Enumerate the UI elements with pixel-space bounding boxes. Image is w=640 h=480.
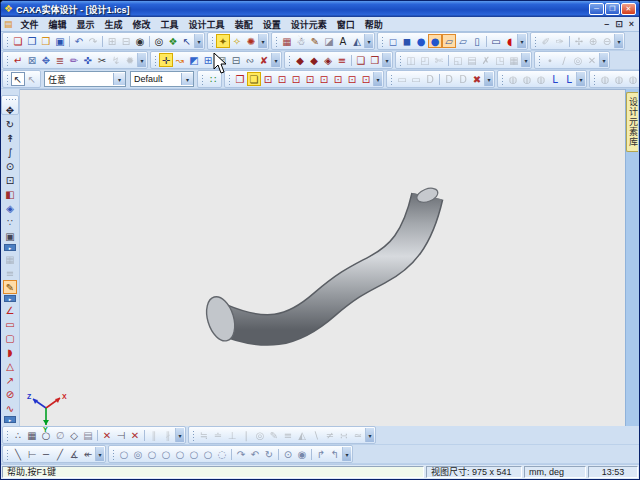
fit-curve-icon[interactable]: ∾ — [243, 53, 257, 67]
circle-dash-icon[interactable]: ◌ — [215, 447, 229, 461]
circle-3pt-icon[interactable]: ○ — [145, 447, 159, 461]
rounded-rect-sketch-icon[interactable]: ▢ — [3, 331, 17, 345]
doc-restore-button[interactable]: ⊡ — [612, 19, 626, 29]
toolbar-grip[interactable] — [201, 74, 204, 85]
toolbar-expander[interactable]: ▸ — [4, 416, 16, 423]
generate-tool-icon[interactable]: ✛ — [159, 53, 173, 67]
back-view-icon[interactable]: ⊡ — [275, 72, 289, 86]
menu-item[interactable]: 帮助 — [360, 18, 388, 31]
circle-radius-icon[interactable]: ○ — [173, 447, 187, 461]
combine-curve-icon[interactable]: ⊠ — [215, 53, 229, 67]
arc-3pt-icon[interactable]: ↷ — [234, 447, 248, 461]
diamond-ref-icon[interactable]: ◇ — [67, 428, 81, 442]
toolbar-overflow-chevron[interactable]: ▾ — [484, 72, 493, 86]
edit-sketch-icon[interactable]: ✏ — [67, 53, 81, 67]
toolbar-grip[interactable] — [112, 449, 115, 460]
eraser-tool-icon[interactable]: ◪ — [322, 34, 336, 48]
toolbar-grip[interactable] — [501, 74, 504, 85]
target-view-icon[interactable]: ◈ — [3, 201, 17, 215]
ellipse-sketch-icon[interactable]: ⊘ — [3, 387, 17, 401]
select-alt-icon[interactable]: ↖ — [25, 72, 39, 86]
toolbar-grip[interactable] — [154, 55, 157, 66]
line-normal-icon[interactable]: ↞ — [81, 447, 95, 461]
walk-view-icon[interactable]: ↟ — [3, 131, 17, 145]
ellipse-axis-icon[interactable]: ◉ — [295, 447, 309, 461]
toolbar-grip[interactable] — [6, 55, 9, 66]
menu-item[interactable]: 设计工具 — [184, 18, 230, 31]
pencil-tool-icon[interactable]: ✎ — [308, 34, 322, 48]
toolbar-overflow-chevron[interactable]: ▾ — [365, 428, 374, 442]
curve-tools-icon[interactable]: ✘ — [257, 53, 271, 67]
camera-view-icon[interactable]: ▣ — [3, 229, 17, 243]
style-combo[interactable]: Default ▾ — [130, 71, 194, 87]
menu-item[interactable]: 显示 — [72, 18, 100, 31]
circle-center-icon[interactable]: ○ — [117, 447, 131, 461]
toolbar-overflow-chevron[interactable]: ▾ — [95, 447, 104, 461]
coord-system1-icon[interactable]: L — [548, 72, 562, 86]
wireframe-display-icon[interactable]: ◻ — [386, 34, 400, 48]
restore-button[interactable]: ❐ — [605, 3, 620, 15]
toolbar-overflow-chevron[interactable]: ▾ — [521, 53, 530, 67]
stamp-part-icon[interactable]: ❑ — [354, 53, 368, 67]
close-button[interactable]: ✕ — [621, 3, 636, 15]
toolbar-overflow-chevron[interactable]: ▾ — [194, 34, 203, 48]
import-assembly-icon[interactable]: ◆ — [307, 53, 321, 67]
render-style-icon[interactable]: ✦ — [216, 34, 230, 48]
menu-item[interactable]: 生成 — [100, 18, 128, 31]
toolbar-overflow-chevron[interactable]: ▾ — [271, 53, 280, 67]
viewport-icon[interactable]: ▭ — [489, 34, 503, 48]
hover-view-icon[interactable]: ❏ — [247, 72, 261, 86]
new-file-icon[interactable]: ❏ — [11, 34, 25, 48]
menu-item[interactable]: 修改 — [128, 18, 156, 31]
sketch-mode-icon[interactable]: ✎ — [3, 280, 17, 294]
delete-constraint2-icon[interactable]: ✕ — [128, 428, 142, 442]
curve-sketch-icon[interactable]: ∿ — [3, 401, 17, 415]
design-tree-icon[interactable]: ∷ — [206, 72, 220, 86]
toolbar-grip[interactable] — [288, 55, 291, 66]
design-library-tab[interactable]: 设计元素库 — [626, 92, 638, 152]
polygon-sketch-icon[interactable]: △ — [3, 359, 17, 373]
toolbar-grip[interactable] — [211, 36, 214, 47]
toolbar-overflow-chevron[interactable]: ▾ — [517, 34, 526, 48]
arc-sketch-icon[interactable]: ◗ — [3, 345, 17, 359]
text-tool-icon[interactable]: A — [336, 34, 350, 48]
smooth-shade-icon[interactable]: ● — [414, 34, 428, 48]
spline-view-icon[interactable]: ∫ — [3, 145, 17, 159]
menu-item[interactable]: 设置 — [258, 18, 286, 31]
trim-icon[interactable]: ✂ — [95, 53, 109, 67]
line-h-icon[interactable]: ⊢ — [25, 447, 39, 461]
wrench-tool-icon[interactable]: ✖ — [470, 72, 484, 86]
chamfer-corner-icon[interactable]: ↰ — [328, 447, 342, 461]
toolbar-overflow-chevron[interactable]: ▾ — [373, 72, 382, 86]
smooth-shade-selected-icon[interactable]: ● — [428, 34, 442, 48]
front-view-icon[interactable]: ⊡ — [261, 72, 275, 86]
line-sketch-icon[interactable]: ↗ — [3, 373, 17, 387]
toolbar-overflow-chevron[interactable]: ▾ — [576, 72, 585, 86]
menu-item[interactable]: 编辑 — [44, 18, 72, 31]
right-view-icon[interactable]: ⊡ — [303, 72, 317, 86]
rotate-view-icon[interactable]: ↻ — [3, 117, 17, 131]
line-angle-icon[interactable]: ╱ — [53, 447, 67, 461]
toolbar-grip[interactable] — [593, 74, 596, 85]
check-icon[interactable]: ❖ — [166, 34, 180, 48]
view-cube-icon[interactable]: ◧ — [3, 187, 17, 201]
3d-viewport[interactable]: Z X Y — [20, 89, 625, 426]
stamp-scene-icon[interactable]: ❒ — [368, 53, 382, 67]
context-help-icon[interactable]: ↖ — [180, 34, 194, 48]
toolbar-grip[interactable] — [6, 449, 9, 460]
circle-tangent-icon[interactable]: ○ — [159, 447, 173, 461]
project-curve-icon[interactable]: ◩ — [187, 53, 201, 67]
curve-sheet-icon[interactable]: ⊟ — [229, 53, 243, 67]
line-mid-icon[interactable]: ─ — [39, 447, 53, 461]
copy-design-icon[interactable]: ❐ — [233, 72, 247, 86]
select-tool-icon[interactable]: ↖ — [11, 72, 25, 86]
top-view-icon[interactable]: ⊡ — [317, 72, 331, 86]
move-feature-icon[interactable]: ✜ — [81, 53, 95, 67]
toolbar-grip[interactable] — [390, 74, 393, 85]
circle-aux-icon[interactable]: ○ — [201, 447, 215, 461]
toolbar-expander[interactable]: ▸ — [4, 295, 16, 302]
iso-view-icon[interactable]: ⊡ — [345, 72, 359, 86]
facet-display-selected-icon[interactable]: ▱ — [442, 34, 456, 48]
pan-view-icon[interactable]: ✥ — [3, 103, 17, 117]
left-view-icon[interactable]: ⊡ — [289, 72, 303, 86]
